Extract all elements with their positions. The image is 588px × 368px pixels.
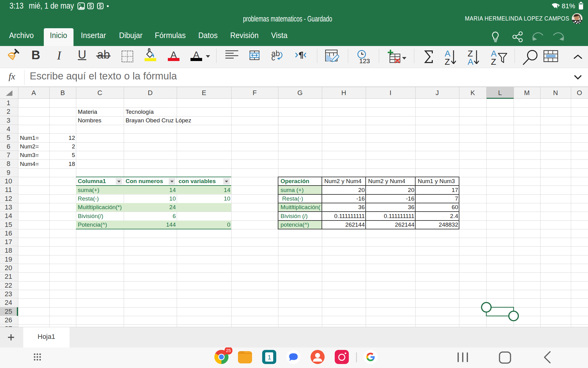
svg-text:A: A	[468, 57, 473, 67]
svg-text:25: 25	[226, 348, 231, 353]
svg-text:Z: Z	[445, 57, 450, 67]
svg-text:123: 123	[359, 57, 370, 64]
svg-text:Z: Z	[491, 57, 496, 67]
svg-text:81%: 81%	[562, 2, 575, 10]
svg-text:c: c	[271, 53, 275, 62]
svg-text:1: 1	[268, 354, 271, 361]
